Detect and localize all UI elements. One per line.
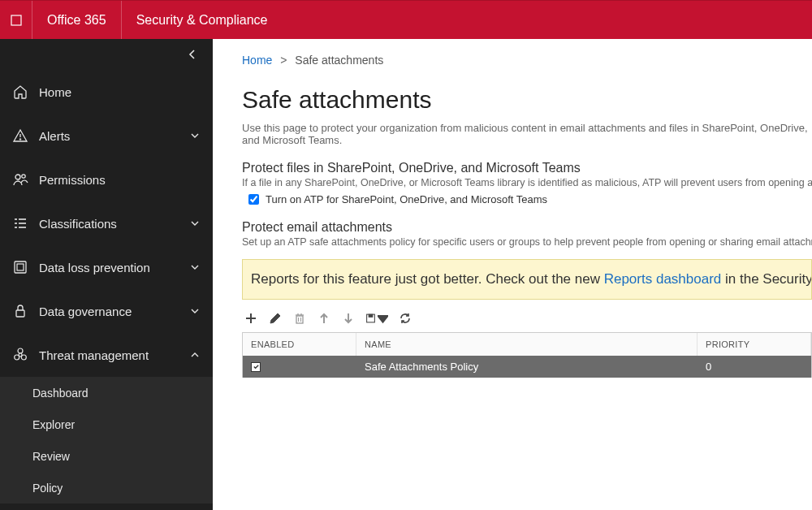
sidebar-item-dlp[interactable]: Data loss prevention	[0, 245, 213, 289]
svg-marker-30	[378, 316, 388, 322]
sidebar-item-alerts[interactable]: Alerts	[0, 114, 213, 158]
subnav-dashboard[interactable]: Dashboard	[0, 377, 213, 408]
page-title: Safe attachments	[242, 86, 812, 114]
edit-button[interactable]	[268, 311, 283, 326]
policy-grid: ENABLED NAME PRIORITY Safe Attachments P…	[242, 332, 812, 378]
grid-header-enabled[interactable]: ENABLED	[243, 333, 356, 356]
enabled-checkbox[interactable]	[251, 362, 261, 372]
sidebar-item-label: Permissions	[39, 173, 201, 187]
section-protect-email-sub: Set up an ATP safe attachments policy fo…	[242, 236, 812, 248]
sidebar-item-label: Data loss prevention	[39, 261, 188, 274]
move-down-button[interactable]	[341, 311, 356, 326]
classifications-icon	[11, 214, 29, 232]
atp-checkbox-label: Turn on ATP for SharePoint, OneDrive, an…	[266, 193, 547, 205]
chevron-down-icon	[188, 218, 201, 228]
svg-rect-11	[15, 261, 26, 273]
grid-toolbar	[242, 309, 812, 332]
sidebar-item-home[interactable]: Home	[0, 70, 213, 114]
reports-dashboard-link[interactable]: Reports dashboard	[604, 271, 722, 287]
sidebar-item-label: Classifications	[39, 217, 188, 231]
svg-rect-12	[17, 264, 24, 270]
threat-management-subnav: Dashboard Explorer Review Policy	[0, 377, 213, 504]
section-protect-email-heading: Protect email attachments	[242, 220, 812, 235]
permissions-icon	[11, 171, 29, 188]
sidebar-collapse-button[interactable]	[0, 39, 213, 70]
breadcrumb-home-link[interactable]: Home	[242, 54, 272, 67]
grid-header-priority[interactable]: PRIORITY	[698, 333, 811, 356]
reports-banner: Reports for this feature just got better…	[242, 259, 812, 300]
banner-text-pre: Reports for this feature just got better…	[251, 271, 604, 287]
home-icon	[11, 83, 29, 101]
svg-point-16	[15, 355, 19, 360]
subnav-label: Explorer	[32, 418, 75, 431]
dlp-icon	[11, 258, 29, 276]
app-launcher-icon[interactable]	[0, 1, 32, 39]
sidebar: Home Alerts Permissions Classifications …	[0, 39, 213, 510]
svg-point-4	[22, 175, 25, 178]
grid-row[interactable]: Safe Attachments Policy 0	[243, 356, 811, 378]
grid-cell-name: Safe Attachments Policy	[356, 356, 698, 378]
sidebar-item-label: Alerts	[39, 129, 188, 143]
svg-rect-0	[11, 15, 21, 25]
delete-button[interactable]	[292, 311, 307, 326]
breadcrumb: Home > Safe attachments	[242, 54, 812, 67]
svg-point-3	[15, 175, 20, 179]
lock-icon	[11, 302, 29, 320]
subnav-label: Review	[32, 450, 70, 463]
svg-rect-13	[16, 310, 24, 317]
sidebar-item-label: Home	[39, 85, 201, 99]
alert-icon	[11, 127, 29, 145]
sidebar-item-classifications[interactable]: Classifications	[0, 201, 213, 245]
svg-point-2	[19, 139, 21, 140]
subnav-label: Dashboard	[32, 387, 89, 400]
section-protect-files-heading: Protect files in SharePoint, OneDrive, a…	[242, 161, 812, 175]
banner-text-post: in the Security and Compliance Center.	[721, 271, 812, 287]
chevron-up-icon	[188, 350, 201, 360]
breadcrumb-separator: >	[280, 54, 287, 67]
sidebar-item-data-governance[interactable]: Data governance	[0, 289, 213, 333]
atp-checkbox[interactable]	[248, 194, 259, 205]
sidebar-item-label: Data governance	[39, 305, 188, 318]
app-name-label: Security & Compliance	[122, 13, 283, 28]
sidebar-item-permissions[interactable]: Permissions	[0, 158, 213, 201]
main-content: Home > Safe attachments Safe attachments…	[213, 39, 812, 510]
section-protect-files-sub: If a file in any SharePoint, OneDrive, o…	[242, 177, 812, 188]
grid-header-name[interactable]: NAME	[356, 333, 698, 356]
chevron-down-icon	[188, 262, 201, 272]
move-up-button[interactable]	[317, 311, 331, 326]
subnav-explorer[interactable]: Explorer	[0, 408, 213, 440]
svg-point-15	[18, 348, 23, 353]
add-button[interactable]	[244, 311, 258, 326]
biohazard-icon	[11, 346, 29, 364]
atp-toggle-row[interactable]: Turn on ATP for SharePoint, OneDrive, an…	[248, 193, 812, 205]
svg-rect-20	[296, 316, 303, 323]
grid-cell-enabled	[243, 356, 356, 378]
brand-label[interactable]: Office 365	[32, 1, 122, 39]
sidebar-item-threat-management[interactable]: Threat management	[0, 333, 213, 377]
subnav-policy[interactable]: Policy	[0, 472, 213, 504]
save-dropdown-button[interactable]	[365, 311, 388, 326]
svg-point-17	[21, 355, 26, 360]
sidebar-item-label: Threat management	[39, 348, 188, 362]
chevron-down-icon	[188, 131, 201, 140]
chevron-down-icon	[188, 306, 201, 316]
grid-header-row: ENABLED NAME PRIORITY	[243, 333, 811, 356]
page-description: Use this page to protect your organizati…	[242, 122, 812, 146]
subnav-review[interactable]: Review	[0, 440, 213, 472]
breadcrumb-current: Safe attachments	[295, 54, 383, 67]
grid-cell-priority: 0	[698, 356, 811, 378]
subnav-label: Policy	[32, 482, 63, 495]
topbar: Office 365 Security & Compliance	[0, 0, 812, 39]
refresh-button[interactable]	[398, 311, 412, 326]
svg-rect-29	[369, 314, 373, 317]
